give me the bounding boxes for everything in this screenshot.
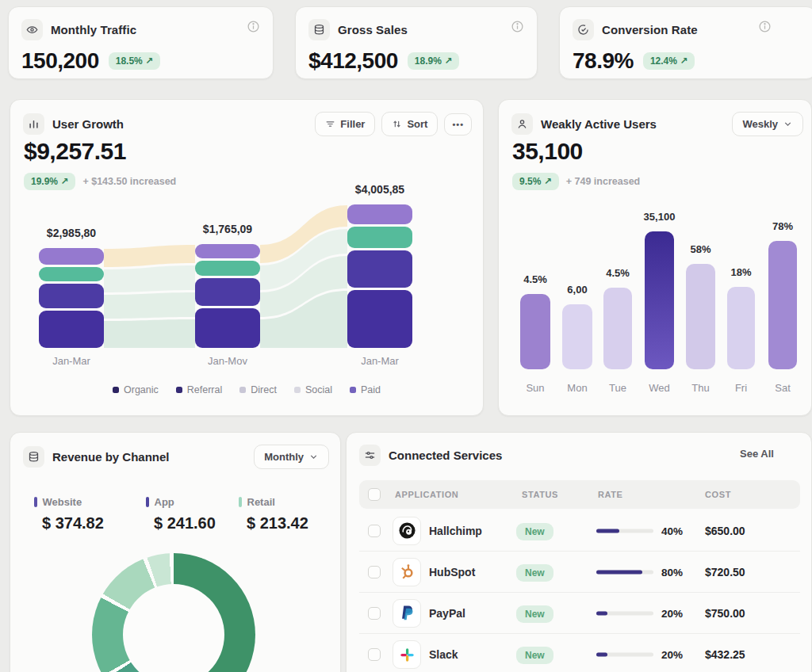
- stacked-bar-total-label: $2,985,80: [16, 227, 127, 239]
- kpi-title: Gross Sales: [338, 23, 408, 36]
- row-checkbox[interactable]: [368, 648, 381, 661]
- status-badge: New: [516, 564, 553, 582]
- rate-cell: 20%: [596, 607, 683, 619]
- stacked-bar-segment: [39, 284, 104, 308]
- weekly-bar-value: 58%: [673, 243, 729, 255]
- panel-title: Connected Services: [389, 449, 502, 462]
- row-checkbox[interactable]: [368, 525, 381, 537]
- kpi-value: 150,200: [21, 48, 99, 74]
- info-icon[interactable]: [758, 20, 772, 36]
- stacked-bar-segment: [347, 290, 412, 348]
- eye-icon: [21, 19, 43, 40]
- weekly-bar-sat: [768, 241, 797, 369]
- legend-dot: [239, 387, 246, 393]
- x-axis-label: Jan-Mar: [39, 355, 104, 367]
- service-name: PayPal: [429, 607, 465, 620]
- row-checkbox[interactable]: [368, 607, 381, 620]
- stacked-bar: [347, 204, 412, 348]
- kpi-card-monthly-traffic: Monthly Traffic 150,200 18.5% ↗: [8, 6, 274, 79]
- weekly-bar-mon: [562, 304, 592, 369]
- stacked-bar-segment: [347, 250, 412, 288]
- weekly-bar-value: 18%: [714, 266, 769, 278]
- weekly-bar-wed: [645, 231, 674, 369]
- cost-value: $650.00: [705, 525, 745, 537]
- app-marker: [146, 497, 149, 507]
- stacked-bar-total-label: $4,005,85: [324, 183, 435, 196]
- service-name: Hallchimp: [429, 525, 482, 537]
- x-axis-label: Jan-Mar: [347, 355, 412, 367]
- kpi-trend-badge: 18.5% ↗: [109, 52, 160, 70]
- status-badge: New: [516, 647, 553, 664]
- weekly-bar-tue: [603, 288, 632, 369]
- service-row-paypal[interactable]: PayPalNew20%$750.00: [359, 593, 800, 634]
- chevron-down-icon: [308, 452, 319, 462]
- weekly-day-label: Sat: [755, 382, 810, 394]
- stacked-bar-total-label: $1,765,09: [172, 223, 283, 235]
- paypal-icon: [393, 599, 421, 628]
- service-row-hallchimp[interactable]: HallchimpNew40%$650.00: [359, 510, 800, 552]
- kpi-title: Monthly Traffic: [51, 23, 136, 36]
- service-row-hubspot[interactable]: HubSpotNew80%$720.50: [359, 552, 800, 593]
- user-growth-panel: User Growth Filler Sort ••• $9,257.51 19…: [10, 99, 484, 416]
- status-badge: New: [516, 523, 553, 540]
- revenue-by-channel-panel: Revenue by Channel Monthly Website $ 374…: [10, 432, 341, 672]
- progress-bar: [596, 653, 653, 657]
- rate-cell: 80%: [596, 566, 683, 578]
- panel-title: Revenue by Channel: [52, 450, 170, 464]
- status-badge: New: [516, 605, 553, 623]
- legend-dot: [294, 387, 301, 393]
- weekly-bar-value: 6,00: [550, 284, 605, 296]
- info-icon[interactable]: [511, 20, 524, 36]
- select-all-checkbox[interactable]: [368, 488, 381, 501]
- slack-icon: [393, 640, 421, 669]
- monthly-dropdown[interactable]: Monthly: [254, 445, 329, 469]
- cost-value: $432.25: [705, 648, 745, 661]
- weekly-bar-value: 78%: [755, 220, 810, 232]
- service-name: Slack: [429, 648, 458, 661]
- revenue-stat-website: Website $ 374.82: [34, 496, 104, 533]
- table-header: APPLICATION STATUS RATE COST: [359, 480, 800, 509]
- column-rate: RATE: [598, 490, 623, 499]
- see-all-link[interactable]: See All: [740, 448, 774, 460]
- weekly-active-users-panel: Weakly Active Users Weskly 35,100 9.5% ↗…: [498, 99, 812, 416]
- legend-item: Organic: [113, 384, 159, 395]
- x-axis-label: Jan-Mov: [195, 355, 260, 367]
- hubspot-icon: [393, 558, 421, 586]
- legend-item: Paid: [350, 384, 381, 395]
- weekly-bar-chart: 4.5%Sun6,00Mon4.5%Tue35,100Wed58%Thu18%F…: [499, 100, 811, 415]
- stacked-bar-segment: [347, 227, 412, 248]
- sliders-icon: [359, 445, 381, 466]
- column-cost: COST: [705, 490, 731, 499]
- info-icon[interactable]: [247, 20, 260, 36]
- stacked-bar-segment: [39, 311, 104, 348]
- row-checkbox[interactable]: [368, 566, 381, 578]
- kpi-card-conversion-rate: Conversion Rate 78.9% 12.4% ↗: [559, 6, 812, 79]
- weekly-bar-fri: [727, 287, 755, 369]
- column-status: STATUS: [522, 490, 558, 499]
- weekly-bar-value: 4.5%: [590, 267, 645, 279]
- legend-item: Referral: [176, 384, 222, 395]
- stacked-bar-segment: [195, 308, 260, 348]
- weekly-bar-value: 35,100: [632, 211, 688, 223]
- connected-services-panel: Connected Services See All APPLICATION S…: [346, 432, 812, 672]
- progress-bar: [596, 611, 653, 615]
- legend-item: Social: [294, 384, 332, 395]
- user-growth-chart: $2,985,80Jan-Mar$1,765,09Jan-Mov$4,005,8…: [10, 100, 483, 415]
- legend-dot: [350, 387, 356, 393]
- kpi-value: 78.9%: [573, 48, 634, 74]
- retail-marker: [239, 497, 242, 507]
- column-application: APPLICATION: [395, 490, 458, 499]
- progress-bar: [596, 529, 653, 533]
- weekly-bar-thu: [686, 264, 715, 369]
- revenue-stat-app: App $ 241.60: [146, 496, 216, 533]
- stacked-bar-segment: [39, 248, 104, 265]
- service-row-slack[interactable]: SlackNew20%$432.25: [359, 634, 800, 672]
- kpi-trend-badge: 12.4% ↗: [643, 52, 695, 70]
- stacked-bar-segment: [39, 267, 104, 281]
- progress-bar: [596, 570, 653, 574]
- kpi-value: $412,500: [308, 48, 398, 74]
- kpi-trend-badge: 18.9% ↗: [408, 52, 459, 70]
- rate-cell: 40%: [596, 525, 683, 536]
- revenue-stat-retail: Retail $ 213.42: [239, 496, 308, 533]
- stacked-bar-segment: [195, 244, 260, 258]
